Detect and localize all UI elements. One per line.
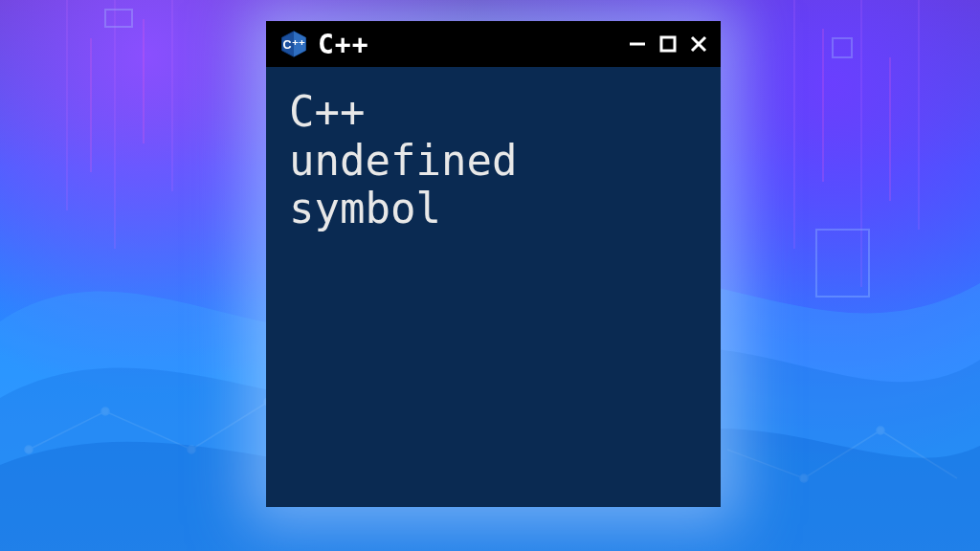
terminal-content-area: C++ undefined symbol bbox=[266, 67, 721, 507]
close-icon bbox=[688, 33, 709, 55]
minimize-button[interactable] bbox=[625, 32, 650, 56]
close-button[interactable] bbox=[686, 32, 711, 56]
window-controls bbox=[625, 32, 711, 56]
window-title: C++ bbox=[318, 29, 615, 60]
terminal-text: C++ undefined symbol bbox=[289, 88, 698, 233]
svg-rect-23 bbox=[661, 37, 675, 51]
svg-rect-11 bbox=[105, 10, 132, 27]
maximize-button[interactable] bbox=[656, 32, 680, 56]
cpp-logo-icon: C⁺⁺ bbox=[279, 30, 308, 58]
maximize-icon bbox=[658, 34, 678, 54]
svg-text:C⁺⁺: C⁺⁺ bbox=[282, 38, 304, 52]
titlebar[interactable]: C⁺⁺ C++ bbox=[266, 21, 721, 67]
minimize-icon bbox=[627, 33, 648, 55]
terminal-window: C⁺⁺ C++ C++ undefined bbox=[266, 21, 721, 507]
svg-rect-12 bbox=[833, 38, 852, 57]
